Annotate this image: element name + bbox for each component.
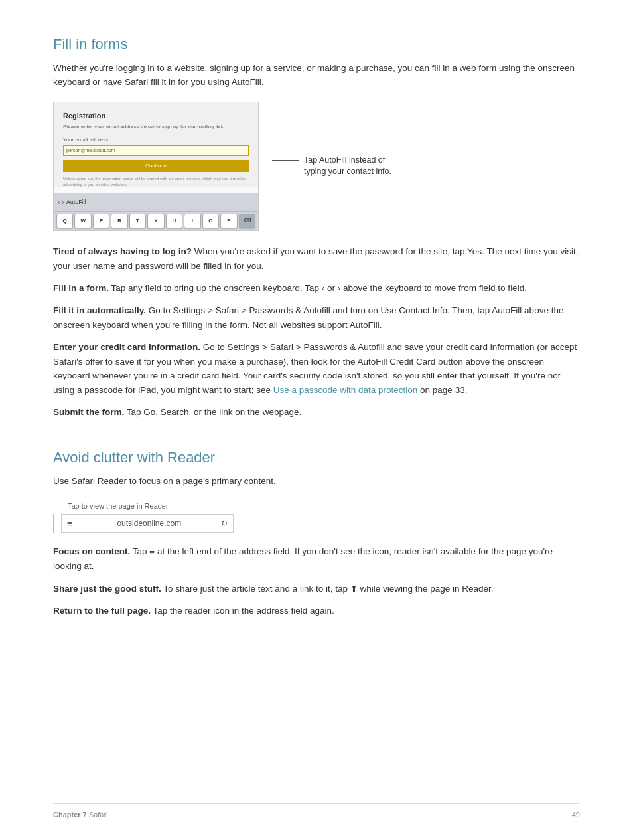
fill-in-forms-title: Fill in forms bbox=[53, 33, 580, 55]
key-i[interactable]: I bbox=[184, 214, 200, 228]
para-focus-bold: Focus on content. bbox=[53, 546, 130, 556]
page: Fill in forms Whether you're logging in … bbox=[0, 0, 633, 840]
fill-in-forms-intro: Whether you're logging in to a website, … bbox=[53, 62, 580, 90]
autofill-label[interactable]: AutoFill bbox=[66, 198, 86, 207]
reg-small-text: Unless opted out, the information above … bbox=[63, 176, 249, 187]
footer-chapter-label: Chapter 7 bbox=[53, 811, 87, 819]
autofill-annotation: Tap AutoFill instead oftyping your conta… bbox=[272, 155, 391, 178]
reader-bar: ≡ outsideonline.com ↻ bbox=[61, 514, 234, 533]
key-y[interactable]: Y bbox=[147, 214, 164, 228]
key-q[interactable]: Q bbox=[56, 214, 73, 228]
reg-button[interactable]: Continue bbox=[63, 160, 249, 172]
reg-label: Your email address bbox=[63, 136, 249, 144]
annotation-text: Tap AutoFill instead oftyping your conta… bbox=[304, 155, 391, 178]
annotation-line: Tap AutoFill instead oftyping your conta… bbox=[272, 155, 391, 178]
para-cc-suffix: on page 33. bbox=[417, 385, 467, 395]
key-t[interactable]: T bbox=[129, 214, 146, 228]
forms-illustration: Registration Please enter your email add… bbox=[53, 102, 580, 231]
keyboard-bar-left: ‹ › AutoFill bbox=[58, 197, 86, 207]
reader-tap-label: Tap to view the page in Reader. bbox=[68, 501, 580, 512]
arrow-right-icon[interactable]: › bbox=[62, 197, 64, 207]
avoid-clutter-title: Avoid clutter with Reader bbox=[53, 446, 580, 468]
key-u[interactable]: U bbox=[166, 214, 182, 228]
arrow-left-icon[interactable]: ‹ bbox=[58, 197, 60, 207]
para-fill-automatically: Fill it in automatically. Go to Settings… bbox=[53, 303, 580, 332]
footer-page: 49 bbox=[572, 809, 580, 821]
para-tired-bold: Tired of always having to log in? bbox=[53, 246, 192, 256]
para-return-bold: Return to the full page. bbox=[53, 606, 151, 616]
para-share-bold: Share just the good stuff. bbox=[53, 584, 161, 594]
avoid-clutter-section: Avoid clutter with Reader Use Safari Rea… bbox=[53, 446, 580, 618]
form-screenshot: Registration Please enter your email add… bbox=[53, 102, 259, 231]
passcode-link[interactable]: Use a passcode with data protection bbox=[273, 385, 418, 395]
para-auto-bold: Fill it in automatically. bbox=[53, 305, 146, 315]
reader-reload-icon[interactable]: ↻ bbox=[221, 517, 228, 529]
para-fill-in-form: Fill in a form. Tap any field to bring u… bbox=[53, 281, 580, 295]
key-o[interactable]: O bbox=[202, 214, 219, 228]
footer: Chapter 7 Safari 49 bbox=[53, 803, 580, 821]
keyboard-keys: Q W E R T Y U I O P ⌫ bbox=[54, 211, 258, 230]
key-p[interactable]: P bbox=[220, 214, 237, 228]
para-submit-text: Tap Go, Search, or the link on the webpa… bbox=[127, 407, 301, 417]
para-share: Share just the good stuff. To share just… bbox=[53, 582, 580, 596]
para-focus-content: Focus on content. Tap ≡ at the left end … bbox=[53, 545, 580, 573]
para-fill-text: Tap any field to bring up the onscreen k… bbox=[111, 283, 527, 293]
registration-form: Registration Please enter your email add… bbox=[54, 102, 258, 187]
para-share-text: To share just the article text and a lin… bbox=[163, 584, 350, 594]
key-e[interactable]: E bbox=[93, 214, 109, 228]
key-r[interactable]: R bbox=[111, 214, 127, 228]
para-submit-bold: Submit the form. bbox=[53, 407, 124, 417]
para-cc-bold: Enter your credit card information. bbox=[53, 342, 200, 352]
fill-in-forms-section: Fill in forms Whether you're logging in … bbox=[53, 33, 580, 420]
para-share-text2: while viewing the page in Reader. bbox=[358, 584, 494, 594]
reader-menu-icon[interactable]: ≡ bbox=[67, 517, 72, 531]
footer-chapter: Chapter 7 Safari bbox=[53, 809, 108, 821]
para-return: Return to the full page. Tap the reader … bbox=[53, 604, 580, 618]
keyboard-bar: ‹ › AutoFill bbox=[54, 193, 258, 211]
reader-url: outsideonline.com bbox=[78, 517, 221, 529]
para-submit: Submit the form. Tap Go, Search, or the … bbox=[53, 405, 580, 420]
reader-bar-wrapper: ≡ outsideonline.com ↻ bbox=[53, 514, 580, 533]
reader-illustration: Tap to view the page in Reader. ≡ outsid… bbox=[53, 501, 580, 533]
para-fill-bold: Fill in a form. bbox=[53, 283, 109, 293]
avoid-clutter-intro: Use Safari Reader to focus on a page's p… bbox=[53, 475, 580, 489]
annotation-dash bbox=[272, 160, 299, 161]
key-w[interactable]: W bbox=[74, 214, 91, 228]
para-return-text: Tap the reader icon in the address field… bbox=[153, 606, 334, 616]
key-backspace[interactable]: ⌫ bbox=[239, 214, 255, 228]
share-icon: ⬆ bbox=[350, 582, 358, 596]
reg-input[interactable]: person@me.icloud.com bbox=[63, 145, 249, 156]
footer-section-label: Safari bbox=[89, 811, 108, 819]
reg-subtitle: Please enter your email address below to… bbox=[63, 123, 249, 131]
para-tired: Tired of always having to log in? When y… bbox=[53, 244, 580, 273]
para-credit-card: Enter your credit card information. Go t… bbox=[53, 340, 580, 397]
reg-title: Registration bbox=[63, 110, 249, 122]
